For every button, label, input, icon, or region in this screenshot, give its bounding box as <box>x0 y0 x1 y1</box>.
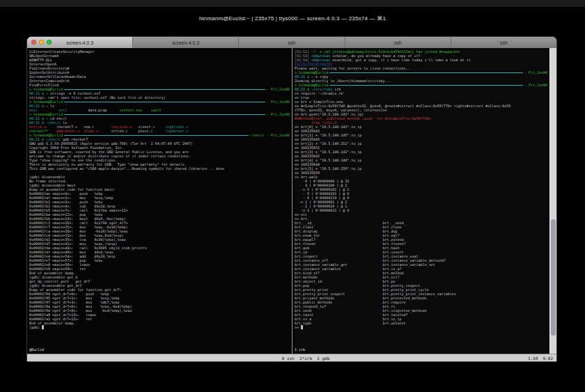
tab-screen-2[interactable]: screen-4.0.3 <box>132 37 238 48</box>
window-title-text: hinmanm@Euclid:~ | 235x75 | ttys000 — sc… <box>0 15 585 22</box>
zoom-button[interactable] <box>47 40 52 45</box>
terminal-line: (gdb) <box>29 325 290 329</box>
screen-caption-bar: > hinmanm@Euclid- Fri,Jun06 <box>295 70 547 75</box>
left-pane-caption: @Euclid <box>29 347 290 352</box>
scrollbar[interactable] <box>549 48 556 354</box>
text-cursor <box>301 325 303 329</box>
scrollbar-thumb[interactable] <box>551 219 556 336</box>
title-tab-bar: screen-4.0.3 screen-4.0.3 ssh zsh ssh <box>27 37 556 48</box>
text-cursor <box>42 325 44 329</box>
tab-bar: screen-4.0.3 screen-4.0.3 ssh zsh ssh <box>27 37 556 48</box>
close-button[interactable] <box>31 40 36 45</box>
terminal-content: CoInternetCreateSecurityManagerURLOpenSt… <box>27 48 556 354</box>
screen-window-list: 0 zsh 1*irb 2 gdb <box>121 356 490 361</box>
horizontal-rule <box>64 133 249 137</box>
right-pane-lines: [01:52] -!- e-jat [nfares@gateway/tor/x-… <box>295 49 547 347</box>
tab-ssh-1[interactable]: ssh <box>238 37 344 48</box>
left-pane-lines: CoInternetCreateSecurityManagerURLOpenSt… <box>29 49 290 347</box>
terminal-line: >> <box>295 325 547 329</box>
traffic-lights <box>31 40 52 45</box>
right-pane-caption: 1 irb <box>295 347 547 352</box>
desktop-top-strip <box>0 0 585 7</box>
screen-caption-bar: > hinmanm@Euclid- Fri,Jun06 <box>29 100 290 104</box>
screen-hardstatus-bar: 0 zsh 1*irb 2 gdb 1.58 9.02 <box>27 354 556 361</box>
horizontal-rule <box>64 112 265 116</box>
tab-ssh-2[interactable]: ssh <box>451 37 556 48</box>
horizontal-rule <box>329 83 523 87</box>
left-terminal-pane[interactable]: CoInternetCreateSecurityManagerURLOpenSt… <box>27 48 292 354</box>
screen-caption-bar: > hinmanm@Euclid- Fri,Jun06 <box>29 112 290 116</box>
hardstatus-load: 1.58 9.02 <box>490 356 553 361</box>
horizontal-rule <box>329 70 523 75</box>
horizontal-rule <box>64 100 265 104</box>
terminal-window: screen-4.0.3 screen-4.0.3 ssh zsh ssh Co… <box>26 36 557 362</box>
tab-zsh[interactable]: zsh <box>345 37 451 48</box>
right-terminal-pane[interactable]: [01:52] -!- e-jat [nfares@gateway/tor/x-… <box>292 48 549 354</box>
minimize-button[interactable] <box>39 40 44 45</box>
